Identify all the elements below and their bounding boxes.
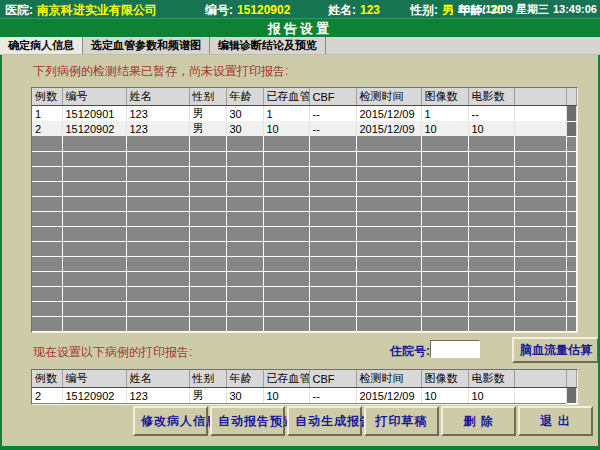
table-cell[interactable]: 10 <box>421 388 468 404</box>
tab-edit-diagnosis-preview[interactable]: 编辑诊断结论及预览 <box>210 37 326 54</box>
table-row[interactable]: 215120902123男3010--2015/12/091010 <box>32 388 577 404</box>
table-cell[interactable]: -- <box>468 106 514 122</box>
exit-button[interactable]: 退 出 <box>518 406 593 436</box>
empty-row <box>32 256 577 271</box>
table-cell[interactable]: 123 <box>126 388 189 404</box>
tab-confirm-patient-info[interactable]: 确定病人信息 <box>0 37 83 54</box>
table-cell[interactable]: 男 <box>189 106 226 122</box>
table-cell[interactable]: 男 <box>189 121 226 136</box>
cbf-estimate-button[interactable]: 脑血流量估算 <box>512 337 598 363</box>
empty-cell <box>567 286 577 301</box>
empty-cell <box>226 301 263 316</box>
table-cell[interactable]: 10 <box>263 121 309 136</box>
empty-cell <box>514 226 567 241</box>
empty-cell <box>468 136 514 151</box>
empty-cell <box>309 181 356 196</box>
table-cell[interactable]: 30 <box>226 388 263 404</box>
patient-gender-label: 性别: <box>410 2 438 19</box>
table-cell[interactable]: 1 <box>263 106 309 122</box>
empty-cell <box>226 181 263 196</box>
column-header: 已存血管... <box>263 370 309 388</box>
empty-cell <box>32 271 62 286</box>
admission-number-input[interactable] <box>430 340 480 358</box>
table-cell-blank[interactable] <box>514 106 567 122</box>
table-cell[interactable]: 10 <box>263 388 309 404</box>
empty-cell <box>32 181 62 196</box>
empty-cell <box>126 316 189 331</box>
empty-cell <box>32 151 62 166</box>
table-cell[interactable]: 10 <box>468 121 514 136</box>
tab-vessel-params-spectrum[interactable]: 选定血管参数和频谱图 <box>83 37 210 54</box>
empty-cell <box>468 286 514 301</box>
patient-id-value: 15120902 <box>237 3 290 17</box>
table-cell[interactable]: -- <box>309 121 356 136</box>
patient-gender-field: 性别: 男 <box>410 2 454 19</box>
empty-cell <box>226 196 263 211</box>
empty-cell <box>226 151 263 166</box>
empty-cell <box>468 271 514 286</box>
table-cell[interactable]: -- <box>309 388 356 404</box>
empty-cell <box>32 286 62 301</box>
delete-button[interactable]: 删 除 <box>441 406 516 436</box>
table-cell-blank[interactable] <box>514 388 567 404</box>
pending-cases-table: 例数编号姓名性别年龄已存血管...CBF检测时间图像数电影数1151209011… <box>32 88 577 332</box>
table-cell[interactable]: 2 <box>32 388 62 404</box>
hospital-field: 医院: 南京科进实业有限公司 <box>5 2 157 19</box>
empty-cell <box>263 256 309 271</box>
empty-cell <box>421 196 468 211</box>
empty-cell <box>309 316 356 331</box>
table-cell[interactable]: 2015/12/09 <box>356 388 421 404</box>
auto-report-preview-button[interactable]: 自动报告预览 <box>210 406 285 436</box>
empty-cell <box>62 151 126 166</box>
empty-cell <box>62 211 126 226</box>
print-draft-button[interactable]: 打印草稿 <box>364 406 439 436</box>
empty-cell <box>62 241 126 256</box>
empty-cell <box>421 181 468 196</box>
auto-generate-report-button[interactable]: 自动生成报告 <box>287 406 362 436</box>
modify-patient-info-button[interactable]: 修改病人信息 <box>133 406 208 436</box>
table-cell[interactable]: 30 <box>226 121 263 136</box>
table-cell[interactable]: -- <box>309 106 356 122</box>
table-cell[interactable]: 15120901 <box>62 106 126 122</box>
empty-cell <box>263 211 309 226</box>
column-header: 图像数 <box>421 370 468 388</box>
column-header: 电影数 <box>468 88 514 106</box>
column-header: 年龄 <box>226 370 263 388</box>
table-cell[interactable]: 123 <box>126 121 189 136</box>
empty-cell <box>514 271 567 286</box>
empty-cell <box>421 286 468 301</box>
table-row[interactable]: 115120901123男301--2015/12/091-- <box>32 106 577 122</box>
empty-cell <box>263 136 309 151</box>
empty-cell <box>189 301 226 316</box>
table-cell[interactable]: 2015/12/09 <box>356 121 421 136</box>
table-cell[interactable]: 15120902 <box>62 121 126 136</box>
empty-row <box>32 136 577 151</box>
empty-cell <box>309 166 356 181</box>
empty-row <box>32 196 577 211</box>
table-cell[interactable]: 2 <box>32 121 62 136</box>
column-header: 例数 <box>32 370 62 388</box>
table-cell[interactable]: 2015/12/09 <box>356 106 421 122</box>
empty-cell <box>421 166 468 181</box>
table-cell[interactable]: 10 <box>421 121 468 136</box>
table-cell-blank[interactable] <box>514 121 567 136</box>
pending-cases-instruction: 下列病例的检测结果已暂存，尚未设置打印报告: <box>33 63 288 80</box>
table-cell[interactable]: 30 <box>226 106 263 122</box>
table-cell[interactable]: 123 <box>126 106 189 122</box>
empty-cell <box>226 211 263 226</box>
table-cell[interactable]: 10 <box>468 388 514 404</box>
table-cell[interactable]: 1 <box>421 106 468 122</box>
empty-cell <box>62 286 126 301</box>
table-row[interactable]: 215120902123男3010--2015/12/091010 <box>32 121 577 136</box>
table-cell[interactable]: 1 <box>32 106 62 122</box>
empty-cell <box>189 271 226 286</box>
empty-cell <box>126 301 189 316</box>
empty-cell <box>189 226 226 241</box>
table-cell[interactable]: 15120902 <box>62 388 126 404</box>
empty-cell <box>567 316 577 331</box>
patient-id-label: 编号: <box>205 2 233 19</box>
row-indicator-header <box>567 370 577 388</box>
table-cell[interactable]: 男 <box>189 388 226 404</box>
empty-cell <box>567 151 577 166</box>
column-header-blank <box>514 370 567 388</box>
